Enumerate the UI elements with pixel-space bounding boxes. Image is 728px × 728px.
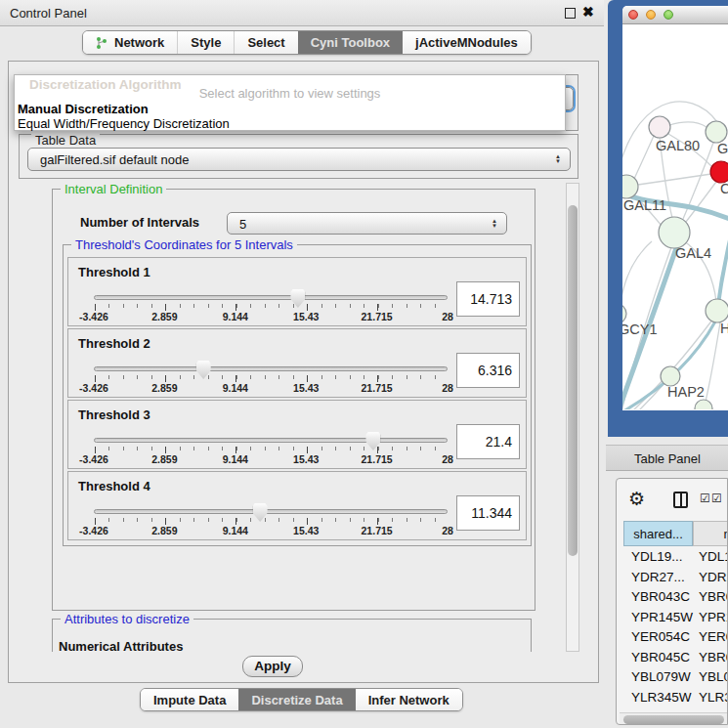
network-node-h[interactable] [706, 299, 728, 322]
scale-label: 15.43 [293, 311, 319, 322]
cell-shared-name[interactable]: YBL079W [631, 667, 691, 688]
network-window: GAL80GCGAL11GAL4GCY1HHAP2 [622, 6, 728, 410]
network-node-gcy1[interactable] [622, 304, 626, 323]
tab-style[interactable]: Style [178, 31, 235, 54]
close-icon[interactable]: ✖ [582, 4, 594, 20]
slider-track[interactable] [94, 295, 448, 300]
table-row[interactable]: YBR043CYBR0 [617, 587, 727, 608]
threshold-slider[interactable]: -3.4262.8599.14415.4321.71528 [94, 430, 448, 465]
tab-infer-network[interactable]: Infer Network [356, 689, 462, 710]
table-data-combobox[interactable]: galFiltered.sif default node ▲▼ [27, 148, 571, 171]
tab-select[interactable]: Select [235, 31, 297, 54]
cell-shared-name[interactable]: YDR27... [631, 568, 685, 588]
scrollbar-thumb[interactable] [623, 715, 724, 724]
checkbox-icon[interactable]: ☑ [700, 492, 710, 504]
node-table-panel: ⚙ ☑ ☑ shared... n YDL19...YDL1YDR27...YD… [616, 478, 728, 725]
tab-jactivemnodules[interactable]: jActiveMNodules [403, 31, 531, 54]
node-label: GAL4 [675, 245, 711, 261]
scale-label: 21.715 [362, 382, 393, 394]
settings-viewport: Interval Definition Number of Intervals … [14, 183, 565, 652]
cell-shared-name[interactable]: YIL052C [631, 707, 683, 711]
attributes-group-label: Attributes to discretize [61, 612, 193, 626]
scale-label: 2.859 [151, 311, 177, 322]
checkbox-icon[interactable]: ☑ [711, 492, 722, 504]
network-node-gal4[interactable] [659, 217, 690, 248]
cell-shared-name[interactable]: YDL19... [631, 547, 683, 568]
network-node-c[interactable] [710, 161, 728, 183]
threshold-value-field[interactable]: 11.344 [456, 495, 520, 531]
float-icon[interactable] [565, 8, 576, 19]
zoom-traffic-light-icon[interactable] [664, 10, 673, 20]
cell-name[interactable]: YPR1 [699, 608, 727, 628]
threshold-value-field[interactable]: 14.713 [456, 281, 520, 317]
cell-name[interactable]: YER0 [699, 627, 727, 648]
tab-cyni-toolbox[interactable]: Cyni Toolbox [298, 31, 403, 54]
threshold-value-field[interactable]: 21.4 [456, 424, 520, 459]
network-canvas[interactable]: GAL80GCGAL11GAL4GCY1HHAP2 [622, 24, 728, 409]
network-node-gal80[interactable] [649, 116, 670, 138]
scrollbar-thumb[interactable] [568, 205, 578, 556]
node-label: H [720, 321, 728, 336]
number-of-intervals-value: 5 [239, 216, 246, 231]
table-row[interactable]: YER054CYER0 [617, 627, 727, 648]
number-of-intervals-combobox[interactable]: 5 ▲▼ [227, 212, 507, 235]
cell-name[interactable]: YDR2 [699, 568, 727, 588]
thresholds-group: Threshold's Coordinates for 5 Intervals … [63, 244, 532, 546]
tab-network[interactable]: Network [83, 31, 178, 54]
table-row[interactable]: YLR345WYLR3 [617, 688, 727, 708]
interval-definition-group: Interval Definition Number of Intervals … [52, 189, 535, 611]
cell-name[interactable]: YBR0 [699, 587, 727, 608]
cell-name[interactable]: YBL0 [699, 667, 727, 688]
scale-label: 15.43 [293, 453, 319, 465]
node-label: GAL11 [623, 197, 666, 213]
threshold-slider[interactable]: -3.4262.8599.14415.4321.71528 [94, 359, 448, 394]
slider-track[interactable] [94, 509, 448, 514]
cell-shared-name[interactable]: YBR043C [631, 587, 690, 608]
minimize-traffic-light-icon[interactable] [646, 10, 656, 20]
close-traffic-light-icon[interactable] [628, 10, 638, 20]
scale-label: 21.715 [362, 453, 393, 465]
settings-scrollbar[interactable] [566, 183, 579, 652]
cell-name[interactable]: YDL1 [699, 547, 727, 568]
cell-name[interactable]: YIL0 [699, 707, 726, 711]
split-view-icon[interactable] [673, 492, 688, 508]
column-header-name[interactable]: n [693, 521, 728, 546]
slider-track[interactable] [94, 366, 448, 371]
network-node[interactable] [695, 400, 712, 409]
algorithm-option-manual-discretization[interactable]: Manual Discretization [18, 102, 149, 116]
threshold-slider[interactable]: -3.4262.8599.14415.4321.71528 [94, 501, 448, 536]
threshold-title: Threshold 3 [78, 407, 150, 422]
table-row[interactable]: YBR045CYBR0 [617, 648, 727, 668]
cell-shared-name[interactable]: YBR045C [631, 648, 690, 668]
table-row[interactable]: YIL052CYIL0 [617, 707, 727, 711]
table-horizontal-scrollbar[interactable] [620, 712, 727, 725]
network-node-gal11[interactable] [622, 175, 638, 198]
scale-label: 2.859 [151, 382, 177, 394]
threshold-value-field[interactable]: 6.316 [456, 353, 520, 388]
bottom-tabbar: Impute DataDiscretize DataInfer Network [140, 688, 463, 711]
network-edge [622, 241, 652, 323]
threshold-slider[interactable]: -3.4262.8599.14415.4321.71528 [94, 287, 448, 322]
cell-shared-name[interactable]: YER054C [631, 627, 690, 648]
tab-impute-data[interactable]: Impute Data [141, 689, 238, 710]
scale-label: -3.426 [79, 382, 108, 394]
network-window-titlebar[interactable] [622, 6, 728, 24]
cell-name[interactable]: YBR0 [699, 648, 727, 668]
column-header-shared-name[interactable]: shared... [623, 521, 693, 546]
cell-shared-name[interactable]: YLR345W [631, 688, 692, 708]
table-row[interactable]: YDR27...YDR2 [617, 568, 727, 588]
gear-icon[interactable]: ⚙ [628, 490, 645, 508]
network-edge [634, 136, 654, 179]
network-node-g[interactable] [706, 121, 727, 143]
cell-shared-name[interactable]: YPR145W [631, 608, 693, 628]
algorithm-dropdown-popup: Discretization Algorithm Select algorith… [14, 74, 566, 131]
table-row[interactable]: YDL19...YDL1 [617, 547, 727, 568]
table-row[interactable]: YPR145WYPR1 [617, 608, 727, 628]
tab-discretize-data[interactable]: Discretize Data [238, 689, 355, 710]
slider-track[interactable] [94, 438, 448, 443]
algorithm-option-equal-width-frequency-discretization[interactable]: Equal Width/Frequency Discretization [18, 116, 230, 131]
cell-name[interactable]: YLR3 [699, 688, 727, 708]
apply-button[interactable]: Apply [242, 656, 303, 677]
table-row[interactable]: YBL079WYBL0 [617, 667, 727, 688]
network-node-hap2[interactable] [661, 366, 680, 386]
